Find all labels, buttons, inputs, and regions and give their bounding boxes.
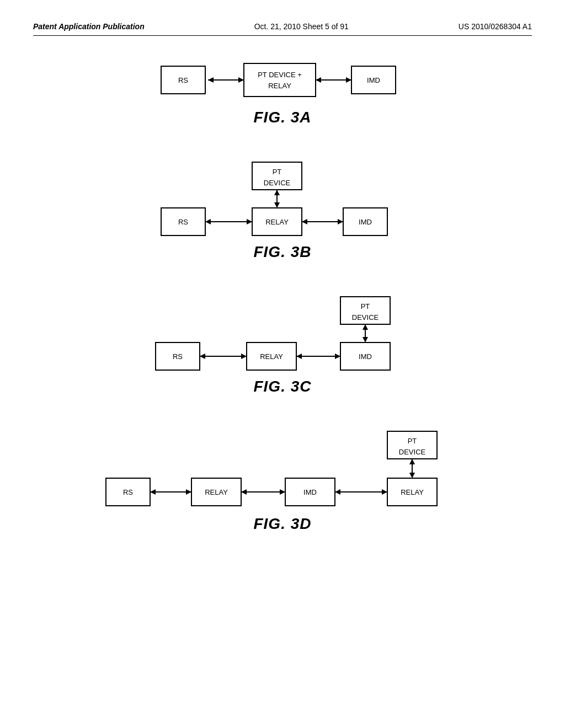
fig3c-label: FIG. 3C: [253, 378, 311, 395]
svg-marker-68: [335, 489, 340, 495]
fig3a-diagram: RS PT DEVICE + RELAY IMD: [128, 58, 437, 102]
svg-text:IMD: IMD: [303, 488, 317, 496]
svg-text:PT: PT: [361, 302, 370, 311]
svg-text:PT: PT: [273, 168, 282, 176]
svg-marker-10: [346, 77, 351, 83]
svg-marker-46: [335, 354, 340, 359]
svg-marker-4: [238, 77, 244, 83]
svg-text:RELAY: RELAY: [401, 488, 424, 496]
page: Patent Application Publication Oct. 21, …: [0, 0, 565, 728]
svg-text:DEVICE: DEVICE: [352, 313, 379, 322]
svg-marker-36: [363, 337, 368, 342]
svg-marker-27: [302, 219, 307, 224]
svg-marker-28: [338, 219, 343, 224]
svg-marker-18: [274, 202, 280, 208]
svg-marker-45: [296, 354, 302, 359]
svg-text:PT DEVICE +: PT DEVICE +: [258, 71, 302, 79]
svg-text:PT: PT: [408, 437, 417, 445]
svg-text:IMD: IMD: [359, 352, 372, 361]
svg-marker-17: [274, 190, 280, 195]
svg-marker-64: [280, 489, 285, 495]
svg-marker-54: [409, 473, 415, 478]
fig3b-label: FIG. 3B: [253, 243, 311, 261]
svg-marker-3: [208, 77, 214, 83]
svg-marker-53: [409, 459, 415, 464]
svg-marker-22: [205, 219, 211, 224]
svg-text:RS: RS: [173, 352, 183, 361]
publication-number: US 2010/0268304 A1: [459, 22, 532, 31]
svg-text:RS: RS: [178, 76, 188, 84]
fig3b-section: PT DEVICE RS RELAY: [33, 159, 532, 261]
svg-rect-5: [244, 63, 316, 97]
page-header: Patent Application Publication Oct. 21, …: [33, 22, 532, 36]
fig3a-label: FIG. 3A: [253, 109, 311, 126]
publication-label: Patent Application Publication: [33, 22, 145, 31]
svg-text:RELAY: RELAY: [205, 488, 228, 496]
svg-text:RS: RS: [123, 488, 133, 496]
svg-text:RELAY: RELAY: [260, 352, 283, 361]
svg-marker-9: [316, 77, 321, 83]
svg-text:IMD: IMD: [359, 218, 372, 226]
svg-text:RELAY: RELAY: [268, 82, 291, 90]
svg-text:RELAY: RELAY: [265, 218, 289, 226]
fig3d-section: PT DEVICE RS RELAY: [33, 429, 532, 533]
svg-marker-40: [200, 354, 205, 359]
svg-marker-35: [363, 324, 368, 330]
svg-marker-58: [150, 489, 156, 495]
svg-text:RS: RS: [178, 218, 188, 226]
svg-text:IMD: IMD: [367, 76, 380, 84]
fig3b-diagram: PT DEVICE RS RELAY: [128, 159, 437, 237]
svg-text:DEVICE: DEVICE: [399, 448, 426, 456]
diagrams-container: RS PT DEVICE + RELAY IMD FIG. 3A: [33, 58, 532, 533]
publication-date-sheet: Oct. 21, 2010 Sheet 5 of 91: [254, 22, 349, 31]
fig3c-section: PT DEVICE RS RELAY: [33, 294, 532, 395]
fig3d-diagram: PT DEVICE RS RELAY: [89, 429, 476, 508]
svg-marker-69: [382, 489, 387, 495]
svg-text:DEVICE: DEVICE: [264, 179, 291, 187]
svg-marker-23: [247, 219, 252, 224]
fig3d-label: FIG. 3D: [253, 515, 311, 533]
svg-marker-63: [241, 489, 247, 495]
fig3a-section: RS PT DEVICE + RELAY IMD FIG. 3A: [33, 58, 532, 126]
svg-marker-59: [186, 489, 191, 495]
svg-marker-41: [241, 354, 247, 359]
fig3c-diagram: PT DEVICE RS RELAY: [122, 294, 443, 371]
